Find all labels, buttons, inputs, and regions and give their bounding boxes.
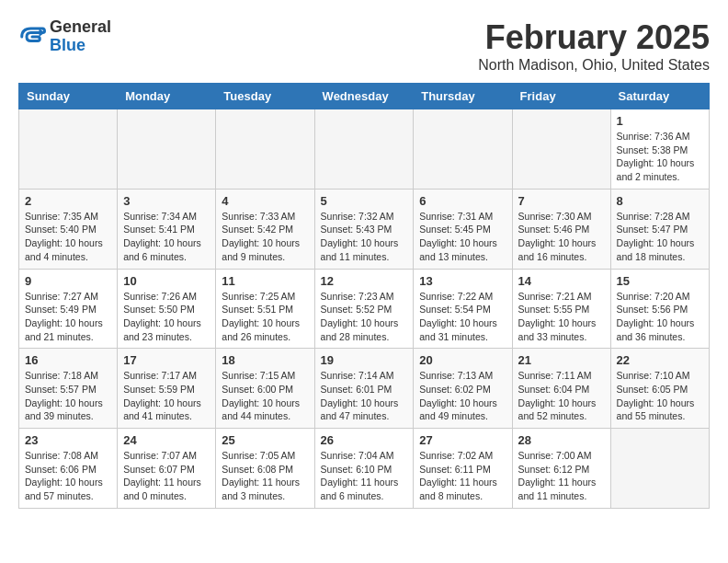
- day-number: 4: [222, 194, 308, 208]
- day-number: 5: [321, 194, 408, 208]
- day-cell: [118, 109, 216, 190]
- day-cell: 25Sunrise: 7:05 AM Sunset: 6:08 PM Dayli…: [216, 429, 314, 509]
- day-cell: 9Sunrise: 7:27 AM Sunset: 5:49 PM Daylig…: [19, 269, 118, 349]
- weekday-header-friday: Friday: [512, 84, 610, 109]
- day-info: Sunrise: 7:25 AM Sunset: 5:51 PM Dayligh…: [222, 290, 308, 344]
- day-number: 17: [123, 353, 210, 367]
- day-cell: 10Sunrise: 7:26 AM Sunset: 5:50 PM Dayli…: [118, 269, 216, 349]
- day-cell: 6Sunrise: 7:31 AM Sunset: 5:45 PM Daylig…: [414, 189, 512, 269]
- day-info: Sunrise: 7:22 AM Sunset: 5:54 PM Dayligh…: [419, 290, 506, 344]
- day-number: 8: [617, 194, 703, 208]
- day-info: Sunrise: 7:20 AM Sunset: 5:56 PM Dayligh…: [617, 290, 703, 344]
- day-number: 27: [419, 433, 506, 447]
- day-info: Sunrise: 7:27 AM Sunset: 5:49 PM Dayligh…: [25, 290, 111, 344]
- day-cell: [414, 109, 512, 190]
- day-cell: 28Sunrise: 7:00 AM Sunset: 6:12 PM Dayli…: [512, 429, 610, 509]
- day-info: Sunrise: 7:36 AM Sunset: 5:38 PM Dayligh…: [617, 130, 703, 184]
- location: North Madison, Ohio, United States: [478, 57, 710, 74]
- day-cell: 3Sunrise: 7:34 AM Sunset: 5:41 PM Daylig…: [118, 189, 216, 269]
- day-info: Sunrise: 7:08 AM Sunset: 6:06 PM Dayligh…: [25, 449, 111, 503]
- day-number: 23: [25, 433, 111, 447]
- day-number: 1: [617, 114, 703, 128]
- day-cell: 2Sunrise: 7:35 AM Sunset: 5:40 PM Daylig…: [19, 189, 118, 269]
- day-cell: [610, 429, 709, 509]
- calendar-body: 1Sunrise: 7:36 AM Sunset: 5:38 PM Daylig…: [19, 109, 710, 509]
- day-number: 11: [222, 274, 308, 288]
- day-cell: 21Sunrise: 7:11 AM Sunset: 6:04 PM Dayli…: [512, 349, 610, 429]
- weekday-header-thursday: Thursday: [414, 84, 512, 109]
- day-number: 12: [321, 274, 408, 288]
- day-number: 14: [518, 274, 605, 288]
- day-cell: 5Sunrise: 7:32 AM Sunset: 5:43 PM Daylig…: [314, 189, 414, 269]
- weekday-header-wednesday: Wednesday: [314, 84, 414, 109]
- logo-general-text: General: [50, 18, 111, 37]
- day-cell: 7Sunrise: 7:30 AM Sunset: 5:46 PM Daylig…: [512, 189, 610, 269]
- weekday-header-tuesday: Tuesday: [216, 84, 314, 109]
- day-info: Sunrise: 7:26 AM Sunset: 5:50 PM Dayligh…: [123, 290, 210, 344]
- calendar: SundayMondayTuesdayWednesdayThursdayFrid…: [18, 83, 710, 509]
- day-info: Sunrise: 7:34 AM Sunset: 5:41 PM Dayligh…: [123, 210, 210, 264]
- day-info: Sunrise: 7:35 AM Sunset: 5:40 PM Dayligh…: [25, 210, 111, 264]
- day-number: 28: [518, 433, 605, 447]
- weekday-header-row: SundayMondayTuesdayWednesdayThursdayFrid…: [19, 84, 710, 109]
- page-header: General Blue February 2025 North Madison…: [18, 18, 710, 74]
- day-info: Sunrise: 7:28 AM Sunset: 5:47 PM Dayligh…: [617, 210, 703, 264]
- day-info: Sunrise: 7:23 AM Sunset: 5:52 PM Dayligh…: [321, 290, 408, 344]
- day-cell: 11Sunrise: 7:25 AM Sunset: 5:51 PM Dayli…: [216, 269, 314, 349]
- day-number: 3: [123, 194, 210, 208]
- day-cell: 27Sunrise: 7:02 AM Sunset: 6:11 PM Dayli…: [414, 429, 512, 509]
- day-number: 15: [617, 274, 703, 288]
- day-info: Sunrise: 7:14 AM Sunset: 6:01 PM Dayligh…: [321, 369, 408, 423]
- day-info: Sunrise: 7:13 AM Sunset: 6:02 PM Dayligh…: [419, 369, 506, 423]
- day-info: Sunrise: 7:31 AM Sunset: 5:45 PM Dayligh…: [419, 210, 506, 264]
- week-row-2: 2Sunrise: 7:35 AM Sunset: 5:40 PM Daylig…: [19, 189, 710, 269]
- day-cell: 12Sunrise: 7:23 AM Sunset: 5:52 PM Dayli…: [314, 269, 414, 349]
- day-cell: 22Sunrise: 7:10 AM Sunset: 6:05 PM Dayli…: [610, 349, 709, 429]
- day-info: Sunrise: 7:32 AM Sunset: 5:43 PM Dayligh…: [321, 210, 408, 264]
- day-info: Sunrise: 7:21 AM Sunset: 5:55 PM Dayligh…: [518, 290, 605, 344]
- day-number: 13: [419, 274, 506, 288]
- day-info: Sunrise: 7:33 AM Sunset: 5:42 PM Dayligh…: [222, 210, 308, 264]
- day-number: 19: [321, 353, 408, 367]
- day-cell: [314, 109, 414, 190]
- day-cell: 13Sunrise: 7:22 AM Sunset: 5:54 PM Dayli…: [414, 269, 512, 349]
- week-row-5: 23Sunrise: 7:08 AM Sunset: 6:06 PM Dayli…: [19, 429, 710, 509]
- logo-blue-text: Blue: [50, 37, 111, 55]
- week-row-1: 1Sunrise: 7:36 AM Sunset: 5:38 PM Daylig…: [19, 109, 710, 190]
- day-cell: 18Sunrise: 7:15 AM Sunset: 6:00 PM Dayli…: [216, 349, 314, 429]
- day-cell: 17Sunrise: 7:17 AM Sunset: 5:59 PM Dayli…: [118, 349, 216, 429]
- weekday-header-monday: Monday: [118, 84, 216, 109]
- day-number: 18: [222, 353, 308, 367]
- day-info: Sunrise: 7:18 AM Sunset: 5:57 PM Dayligh…: [25, 369, 111, 423]
- day-info: Sunrise: 7:07 AM Sunset: 6:07 PM Dayligh…: [123, 449, 210, 503]
- day-number: 10: [123, 274, 210, 288]
- day-cell: 23Sunrise: 7:08 AM Sunset: 6:06 PM Dayli…: [19, 429, 118, 509]
- day-cell: 4Sunrise: 7:33 AM Sunset: 5:42 PM Daylig…: [216, 189, 314, 269]
- day-cell: [512, 109, 610, 190]
- day-cell: 14Sunrise: 7:21 AM Sunset: 5:55 PM Dayli…: [512, 269, 610, 349]
- day-info: Sunrise: 7:02 AM Sunset: 6:11 PM Dayligh…: [419, 449, 506, 503]
- day-number: 16: [25, 353, 111, 367]
- day-info: Sunrise: 7:04 AM Sunset: 6:10 PM Dayligh…: [321, 449, 408, 503]
- day-number: 6: [419, 194, 506, 208]
- day-info: Sunrise: 7:10 AM Sunset: 6:05 PM Dayligh…: [617, 369, 703, 423]
- weekday-header-saturday: Saturday: [610, 84, 709, 109]
- day-info: Sunrise: 7:17 AM Sunset: 5:59 PM Dayligh…: [123, 369, 210, 423]
- logo-text: General Blue: [50, 18, 111, 55]
- day-cell: 1Sunrise: 7:36 AM Sunset: 5:38 PM Daylig…: [610, 109, 709, 190]
- title-block: February 2025 North Madison, Ohio, Unite…: [478, 18, 710, 74]
- logo-icon: [18, 23, 46, 51]
- week-row-3: 9Sunrise: 7:27 AM Sunset: 5:49 PM Daylig…: [19, 269, 710, 349]
- day-number: 24: [123, 433, 210, 447]
- day-cell: [19, 109, 118, 190]
- day-info: Sunrise: 7:30 AM Sunset: 5:46 PM Dayligh…: [518, 210, 605, 264]
- day-info: Sunrise: 7:11 AM Sunset: 6:04 PM Dayligh…: [518, 369, 605, 423]
- week-row-4: 16Sunrise: 7:18 AM Sunset: 5:57 PM Dayli…: [19, 349, 710, 429]
- day-cell: 8Sunrise: 7:28 AM Sunset: 5:47 PM Daylig…: [610, 189, 709, 269]
- day-number: 26: [321, 433, 408, 447]
- day-cell: 16Sunrise: 7:18 AM Sunset: 5:57 PM Dayli…: [19, 349, 118, 429]
- day-info: Sunrise: 7:00 AM Sunset: 6:12 PM Dayligh…: [518, 449, 605, 503]
- day-cell: 24Sunrise: 7:07 AM Sunset: 6:07 PM Dayli…: [118, 429, 216, 509]
- day-number: 21: [518, 353, 605, 367]
- day-number: 7: [518, 194, 605, 208]
